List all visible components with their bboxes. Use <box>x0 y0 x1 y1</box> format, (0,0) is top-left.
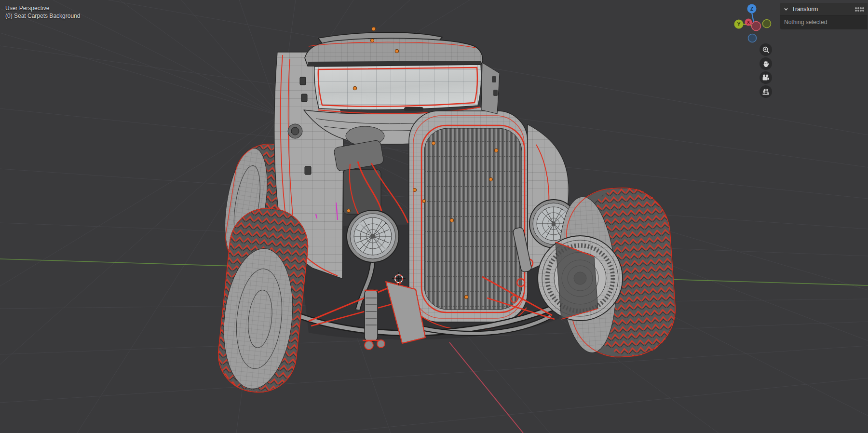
active-collection-label: (0) Seat Carpets Background <box>5 12 80 20</box>
grid-dome-icon <box>762 88 770 95</box>
transform-panel-header[interactable]: Transform <box>780 3 868 15</box>
perspective-toggle-button[interactable] <box>760 85 772 98</box>
gizmo-y-label: Y <box>737 22 741 27</box>
transform-panel-title: Transform <box>792 6 855 13</box>
hand-icon <box>762 60 770 68</box>
camera-icon <box>762 74 770 81</box>
view-perspective-label: User Perspective <box>5 4 80 12</box>
orientation-gizmo[interactable]: X Z Y <box>732 3 776 45</box>
transform-panel-message: Nothing selected <box>780 15 868 29</box>
gizmo-x-negative-ball[interactable] <box>752 22 761 31</box>
sidebar-transform-panel: Transform Nothing selected <box>780 3 868 29</box>
viewport-canvas[interactable] <box>0 0 868 433</box>
chevron-down-icon[interactable] <box>784 7 788 12</box>
camera-view-button[interactable] <box>760 71 772 84</box>
drag-dots-icon[interactable] <box>855 7 857 9</box>
windshield[interactable] <box>314 65 481 110</box>
gizmo-z-label: Z <box>750 6 753 12</box>
zoom-button[interactable] <box>760 43 772 56</box>
gizmo-z-negative-ball[interactable] <box>748 34 757 42</box>
blender-3d-viewport[interactable]: User Perspective (0) Seat Carpets Backgr… <box>0 0 868 433</box>
gizmo-y-negative-ball[interactable] <box>763 20 771 28</box>
magnifier-plus-icon <box>762 46 770 54</box>
viewport-overlay-text: User Perspective (0) Seat Carpets Backgr… <box>5 4 80 20</box>
pan-button[interactable] <box>760 57 772 70</box>
gizmo-x-label: X <box>747 20 750 25</box>
